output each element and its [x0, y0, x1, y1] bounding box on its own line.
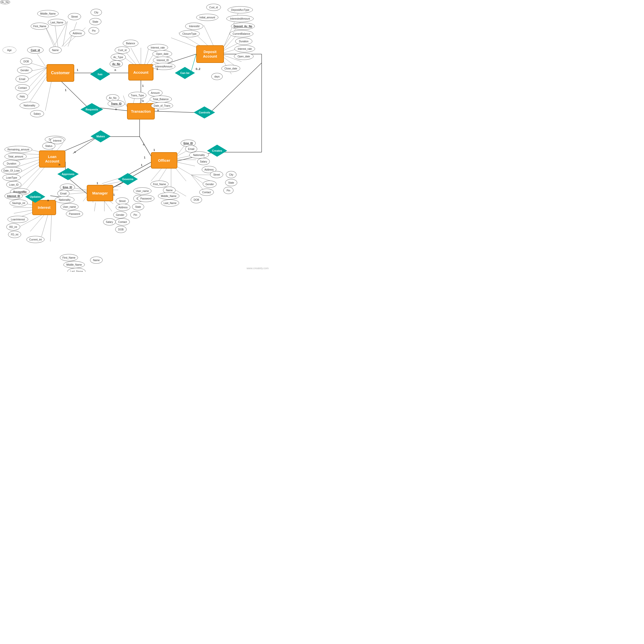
card-customer-has: 1 — [77, 68, 78, 71]
svg-line-59 — [140, 137, 151, 156]
attr-state-customer: State — [89, 18, 101, 25]
attr-ac-no-account: Ac_No — [110, 60, 123, 67]
attr-interest-id-interest: Interest_ID — [5, 192, 23, 199]
card-transaction-controls: n — [157, 109, 159, 112]
attr-state-officer: State — [225, 179, 237, 186]
attr-gender-officer: Gender — [203, 181, 217, 188]
attr-street-customer: Street — [68, 13, 81, 20]
entity-deposit-account: Deposit Account — [196, 45, 224, 63]
attr-cust-id-account: Cust_id — [115, 47, 130, 54]
attr-interest-rate-account: Interest_rate — [147, 44, 168, 51]
rel-can-be: Can be — [175, 67, 195, 79]
svg-line-118 — [30, 215, 44, 231]
attr-deposit-ac-no: Deposit_Ac_No — [231, 23, 255, 30]
attr-salary-manager: Salary — [103, 218, 116, 225]
attr-open-date-deposit: Open_date — [234, 53, 254, 60]
rel-controls: Controls — [194, 106, 215, 118]
svg-line-91 — [103, 181, 123, 185]
attr-age: Age — [3, 47, 16, 54]
attr-loan-interest: LoanInterest — [8, 216, 28, 223]
attr-dob-manager: DOB — [115, 226, 127, 233]
card-transaction-below: n — [142, 99, 144, 102]
attr-email-officer: Email — [185, 145, 197, 152]
attr-deposit-acc-type: DepositAccType — [228, 6, 253, 13]
card-deposit-can-be: 0..2 — [196, 67, 200, 70]
svg-line-7 — [26, 73, 47, 97]
attr-last-name-customer: Last_Name — [48, 19, 66, 26]
attr-gender: Gender — [17, 67, 32, 74]
attr-middle-name-officer: Middle_Name — [158, 192, 179, 199]
svg-line-120 — [50, 215, 52, 241]
attr-initial-amount: Initial_amount — [196, 14, 218, 21]
card-requests-transaction: n — [115, 108, 117, 111]
rel-requests: Requests — [81, 103, 103, 116]
attr-dob-officer: DOB — [191, 196, 202, 203]
svg-line-77 — [191, 175, 211, 181]
attr-salary-customer: Salary — [30, 110, 44, 117]
card-makes-officer: n — [143, 143, 145, 146]
attr-pin-customer: Pin — [89, 27, 99, 34]
attr-interest-rate-deposit: Interest_rate — [234, 45, 255, 52]
card-officer-governs: 1 — [141, 164, 142, 167]
attr-nationality-manager: Nationality — [55, 196, 74, 203]
svg-line-29 — [191, 54, 196, 71]
attr-trans-id: Trans_ID — [108, 100, 125, 107]
entity-transaction: Transaction — [127, 103, 155, 119]
attr-email-manager: Email — [57, 190, 69, 197]
attr-cust-id-deposit: Cust_id — [206, 4, 221, 11]
svg-line-8 — [29, 77, 47, 103]
attr-middle-name-manager: Middle_Name — [63, 261, 85, 268]
attr-total-balance: Total_Balance — [150, 96, 172, 103]
attr-salary-officer: Salary — [197, 158, 210, 165]
rel-creates: Creates — [207, 145, 227, 157]
attr-current-int: Current_int — [26, 236, 45, 243]
attr-duration-loan: Duration — [3, 160, 20, 167]
svg-line-2 — [37, 54, 47, 68]
attr-days: days — [211, 73, 223, 80]
attr-amount: Amount — [148, 89, 163, 96]
svg-line-44 — [60, 81, 88, 108]
attr-city-officer: City — [226, 171, 236, 178]
svg-line-9 — [45, 81, 52, 111]
attr-middle-name-customer: Middle_Name — [37, 10, 59, 17]
rel-governs: Governs — [118, 173, 138, 185]
attr-pan: PAN — [17, 93, 28, 100]
svg-line-93 — [94, 203, 96, 211]
svg-line-3 — [30, 63, 47, 68]
attr-last-name-officer: Last_Name — [161, 199, 179, 207]
attr-savings-int: Savings_int — [10, 199, 28, 207]
attr-gender-manager: Gender — [113, 211, 127, 218]
card-updates-n: n — [47, 199, 49, 202]
attr-rd-int: RD_int — [6, 223, 20, 230]
attr-ac-no-deposit: Ac_No — [0, 0, 10, 4]
attr-address-customer: Address — [69, 30, 85, 37]
attr-interest-loan: Interest — [50, 137, 64, 144]
attr-interest-id-account: Interest_ID — [153, 57, 173, 64]
svg-line-67 — [177, 162, 195, 166]
attr-balance: Balance — [123, 40, 138, 47]
attr-user-name-manager: User_name — [60, 203, 78, 210]
attr-close-date: Close_date — [221, 65, 240, 72]
attr-street-manager: Street — [116, 197, 129, 205]
card-account-transaction: 1 — [142, 84, 144, 87]
svg-line-52 — [155, 111, 200, 113]
attr-interest-amount-account: InterestAmount — [152, 63, 175, 70]
attr-street-officer: Street — [210, 171, 223, 178]
entity-officer: Officer — [151, 152, 177, 169]
svg-line-68 — [176, 166, 191, 175]
svg-line-10 — [55, 24, 58, 47]
attr-fd-int: FD_int — [8, 231, 21, 238]
card-makes-loan: n — [74, 150, 76, 153]
entity-manager: Manager — [87, 185, 113, 201]
card-officer-1a: 1 — [153, 148, 155, 151]
attr-city-customer: City — [91, 9, 102, 16]
attr-interested-amount: InterestedAmount — [226, 15, 254, 22]
svg-line-80 — [126, 162, 151, 176]
attr-loan-type: LoanType — [3, 174, 21, 181]
attr-contact-officer: Contact — [199, 189, 214, 196]
attr-contact: Contact — [15, 84, 30, 91]
card-manager-1b: 1 — [113, 193, 115, 196]
attr-pin-officer: Pin — [223, 187, 233, 194]
attr-ac-type: Ac_Type — [111, 54, 126, 61]
svg-line-12 — [63, 21, 67, 47]
